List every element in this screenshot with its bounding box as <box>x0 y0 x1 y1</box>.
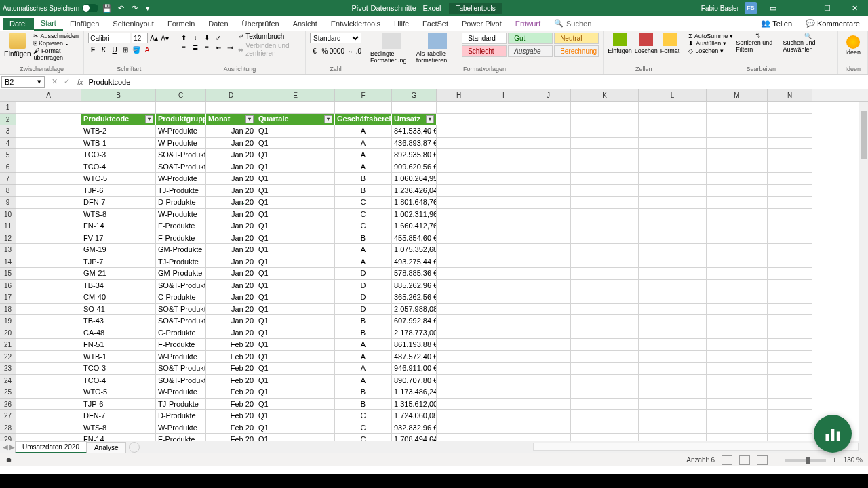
row-header[interactable]: 20 <box>0 327 16 340</box>
cell[interactable] <box>707 351 768 363</box>
cell[interactable] <box>639 185 707 197</box>
filter-dropdown-icon[interactable]: ▾ <box>145 115 153 123</box>
column-header-G[interactable]: G <box>392 89 437 101</box>
cell[interactable]: WTS-8 <box>81 209 156 221</box>
cell[interactable] <box>639 244 707 256</box>
tab-file[interactable]: Datei <box>3 18 34 30</box>
insert-cells-button[interactable]: Einfügen <box>608 33 632 54</box>
cell[interactable] <box>707 114 768 126</box>
cell[interactable] <box>768 125 812 138</box>
cell[interactable] <box>707 327 768 340</box>
cell[interactable]: A <box>335 363 392 375</box>
cell[interactable] <box>571 315 639 327</box>
row-header[interactable]: 21 <box>0 339 16 351</box>
comments-button[interactable]: 💬Kommentare <box>800 18 865 29</box>
cell[interactable] <box>481 220 526 232</box>
cell[interactable] <box>707 197 768 209</box>
cell[interactable] <box>526 434 571 441</box>
cell[interactable]: Q1 <box>256 410 335 422</box>
autosave-toggle[interactable]: Automatisches Speichern <box>3 4 98 12</box>
cell[interactable]: 365.262,56 € <box>392 291 437 304</box>
cell[interactable] <box>639 102 707 114</box>
cell[interactable] <box>16 173 81 185</box>
cell[interactable] <box>335 102 392 114</box>
column-header-I[interactable]: I <box>481 89 526 101</box>
cell[interactable] <box>768 209 812 221</box>
find-select-button[interactable]: 🔍Suchen und Auswählen <box>783 33 833 53</box>
cell[interactable] <box>16 363 81 375</box>
cell[interactable]: F-Produkte <box>156 232 206 245</box>
zoom-level[interactable]: 130 % <box>844 456 863 464</box>
cell[interactable] <box>526 185 571 197</box>
cell[interactable]: Q1 <box>256 363 335 375</box>
cell[interactable] <box>437 327 481 340</box>
record-macro-icon[interactable]: ⏺ <box>5 456 12 464</box>
table-header[interactable]: Quartale▾ <box>256 114 335 126</box>
cell[interactable] <box>571 102 639 114</box>
cell[interactable] <box>526 327 571 340</box>
cell[interactable] <box>639 220 707 232</box>
cell[interactable] <box>481 125 526 138</box>
cell[interactable] <box>571 114 639 126</box>
cell[interactable] <box>437 256 481 268</box>
cell[interactable]: WTB-1 <box>81 351 156 363</box>
cell[interactable]: C <box>335 197 392 209</box>
cell[interactable]: Jan 20 <box>206 304 256 316</box>
style-gut[interactable]: Gut <box>508 33 553 44</box>
cell[interactable] <box>571 125 639 138</box>
column-header-C[interactable]: C <box>156 89 206 101</box>
cell[interactable] <box>16 304 81 316</box>
cell[interactable]: 436.893,87 € <box>392 138 437 150</box>
cell[interactable]: Q1 <box>256 125 335 138</box>
style-schlecht[interactable]: Schlecht <box>462 45 507 57</box>
cell[interactable]: Q1 <box>256 399 335 411</box>
cell[interactable] <box>571 149 639 161</box>
cell[interactable] <box>707 209 768 221</box>
cell[interactable] <box>481 102 526 114</box>
cell[interactable]: Q1 <box>256 232 335 245</box>
format-painter-button[interactable]: 🖌 Format übertragen <box>33 47 79 61</box>
cell[interactable]: A <box>335 339 392 351</box>
cell[interactable] <box>707 268 768 280</box>
cell[interactable]: TJP-6 <box>81 185 156 197</box>
cell[interactable] <box>707 315 768 327</box>
column-header-M[interactable]: M <box>707 89 768 101</box>
cell[interactable] <box>437 339 481 351</box>
cell[interactable] <box>707 339 768 351</box>
row-header[interactable]: 4 <box>0 138 16 150</box>
cell[interactable]: Jan 20 <box>206 185 256 197</box>
cell[interactable]: 1.660.412,76 € <box>392 220 437 232</box>
cell[interactable] <box>16 220 81 232</box>
cell[interactable] <box>526 363 571 375</box>
cell[interactable] <box>639 291 707 304</box>
cell[interactable] <box>571 209 639 221</box>
cell[interactable]: SO-41 <box>81 304 156 316</box>
cell[interactable]: B <box>335 327 392 340</box>
cell[interactable] <box>206 102 256 114</box>
cell[interactable] <box>768 434 812 441</box>
cell[interactable] <box>16 386 81 399</box>
cell[interactable]: WTS-8 <box>81 422 156 434</box>
column-header-L[interactable]: L <box>639 89 707 101</box>
cell[interactable] <box>639 149 707 161</box>
cell[interactable] <box>16 351 81 363</box>
cell[interactable] <box>156 102 206 114</box>
cell[interactable] <box>16 185 81 197</box>
cell[interactable]: Q1 <box>256 280 335 292</box>
cell[interactable] <box>571 232 639 245</box>
save-icon[interactable]: 💾 <box>102 3 112 13</box>
cell[interactable]: Q1 <box>256 185 335 197</box>
cell[interactable] <box>707 185 768 197</box>
cell[interactable] <box>16 268 81 280</box>
vertical-scrollbar[interactable] <box>859 102 868 441</box>
cell[interactable]: Jan 20 <box>206 280 256 292</box>
cell[interactable]: Jan 20 <box>206 291 256 304</box>
cell[interactable]: 1.236.426,04 € <box>392 185 437 197</box>
align-bottom-icon[interactable]: ⬇ <box>201 33 212 42</box>
cell[interactable] <box>707 232 768 245</box>
cell[interactable]: Jan 20 <box>206 327 256 340</box>
cell[interactable]: Q1 <box>256 256 335 268</box>
cell[interactable]: Q1 <box>256 351 335 363</box>
cell[interactable] <box>437 232 481 245</box>
scroll-thumb[interactable] <box>861 111 867 159</box>
